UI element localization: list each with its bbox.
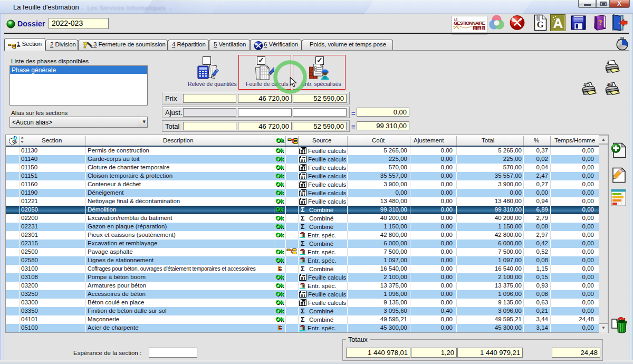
svg-text:?: ? [598,18,602,27]
svg-text:&: & [478,27,481,30]
svg-text:GESTIONNAIRE: GESTIONNAIRE [454,21,485,26]
svg-text:A: A [553,15,563,31]
